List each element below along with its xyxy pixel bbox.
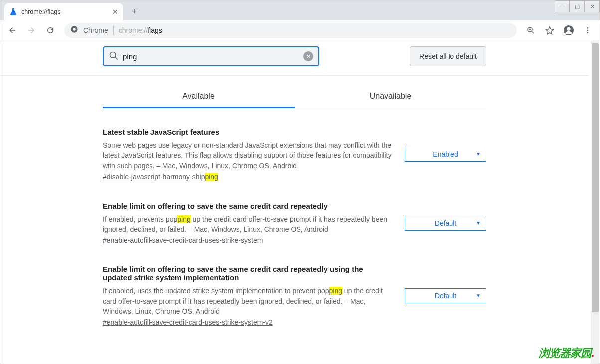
flag-dropdown[interactable]: Enabled▼ <box>405 147 486 162</box>
svg-point-11 <box>110 52 116 58</box>
browser-toolbar: Chrome chrome://flags <box>0 20 600 40</box>
watermark: 浏览器家园. <box>539 346 594 361</box>
tab-title: chrome://flags <box>21 8 61 15</box>
page-content: ✕ Reset all to default Available Unavail… <box>0 40 600 364</box>
flag-select: Default▼ <box>405 288 486 303</box>
reset-all-button[interactable]: Reset all to default <box>410 46 486 66</box>
flag-item: Enable limit on offering to save the sam… <box>103 202 486 244</box>
flag-dropdown[interactable]: Default▼ <box>405 288 486 303</box>
bookmark-icon[interactable] <box>542 22 558 38</box>
svg-point-10 <box>587 32 589 33</box>
flag-item: Enable limit on offering to save the sam… <box>103 265 486 326</box>
flag-title: Enable limit on offering to save the sam… <box>103 202 393 210</box>
reload-button[interactable] <box>42 22 58 38</box>
close-window-button[interactable]: ✕ <box>585 0 600 12</box>
tab-available[interactable]: Available <box>103 87 295 108</box>
site-label: Chrome <box>83 26 108 34</box>
svg-point-7 <box>567 27 570 30</box>
maximize-button[interactable]: ▢ <box>570 0 585 12</box>
svg-point-1 <box>73 28 75 30</box>
chevron-down-icon: ▼ <box>476 220 481 226</box>
browser-tab[interactable]: chrome://flags ✕ <box>4 3 123 20</box>
flag-item: Latest stable JavaScript featuresSome we… <box>103 128 486 181</box>
flags-search-box: ✕ <box>103 46 319 66</box>
flag-text: Latest stable JavaScript featuresSome we… <box>103 128 405 181</box>
svg-point-9 <box>587 29 589 31</box>
tab-unavailable[interactable]: Unavailable <box>295 87 486 108</box>
flag-text: Enable limit on offering to save the sam… <box>103 265 405 326</box>
flag-hash-link[interactable]: #enable-autofill-save-credit-card-uses-s… <box>103 236 263 244</box>
flag-dropdown[interactable]: Default▼ <box>405 216 486 231</box>
flag-value: Default <box>435 219 456 227</box>
flask-icon <box>9 8 17 16</box>
flag-select: Enabled▼ <box>405 147 486 162</box>
search-icon <box>109 51 119 62</box>
flag-value: Enabled <box>433 150 458 158</box>
flag-description: If enabled, uses the updated strike syst… <box>103 286 393 316</box>
chrome-icon <box>70 25 78 35</box>
flag-hash-link[interactable]: #enable-autofill-save-credit-card-uses-s… <box>103 318 273 326</box>
close-icon[interactable]: ✕ <box>112 8 118 16</box>
flag-title: Latest stable JavaScript features <box>103 128 393 136</box>
zoom-icon[interactable] <box>523 22 539 38</box>
clear-search-icon[interactable]: ✕ <box>303 51 313 61</box>
url-path: flags <box>148 26 162 34</box>
flag-value: Default <box>435 292 456 300</box>
flags-tabs: Available Unavailable <box>103 87 486 108</box>
profile-icon[interactable] <box>561 22 577 38</box>
chevron-down-icon: ▼ <box>476 151 481 157</box>
scrollbar-thumb[interactable] <box>592 43 599 312</box>
forward-button[interactable] <box>23 22 39 38</box>
chevron-down-icon: ▼ <box>476 293 481 298</box>
svg-line-3 <box>532 31 534 33</box>
flags-header: ✕ Reset all to default <box>0 40 589 76</box>
flag-select: Default▼ <box>405 216 486 231</box>
menu-icon[interactable] <box>580 22 596 38</box>
address-bar[interactable]: Chrome chrome://flags <box>64 23 517 38</box>
tab-strip: chrome://flags ✕ + — ▢ ✕ <box>0 0 600 20</box>
back-button[interactable] <box>4 22 20 38</box>
omnibox-divider <box>113 26 114 35</box>
new-tab-button[interactable]: + <box>127 4 141 18</box>
flags-search-input[interactable] <box>119 52 303 61</box>
flag-description: Some web pages use legacy or non-standar… <box>103 140 393 171</box>
flag-text: Enable limit on offering to save the sam… <box>103 202 405 244</box>
flag-title: Enable limit on offering to save the sam… <box>103 265 393 282</box>
flags-list: Latest stable JavaScript featuresSome we… <box>103 108 486 326</box>
url-prefix: chrome:// <box>119 26 148 34</box>
svg-line-12 <box>115 57 118 59</box>
minimize-button[interactable]: — <box>555 0 570 12</box>
flag-description: If enabled, prevents popping up the cred… <box>103 214 393 235</box>
svg-point-8 <box>587 27 589 29</box>
flag-hash-link[interactable]: #disable-javascript-harmony-shipping <box>103 173 218 181</box>
window-controls: — ▢ ✕ <box>555 0 600 12</box>
